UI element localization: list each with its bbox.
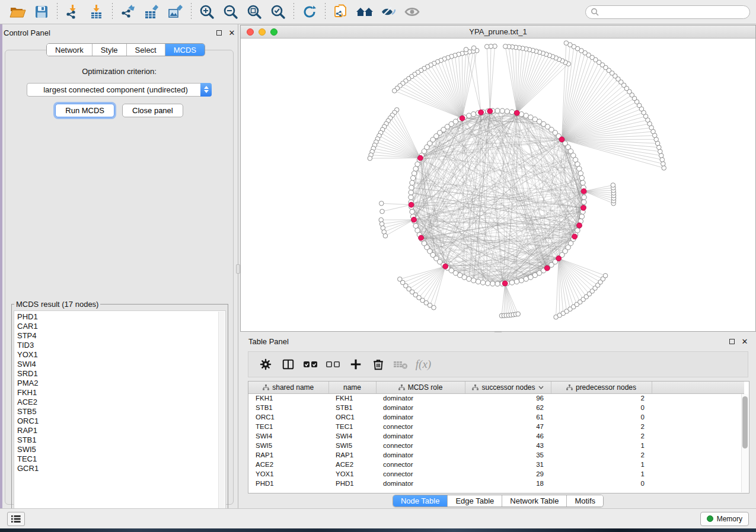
table-cell[interactable]: PHD1 — [328, 479, 376, 488]
splitter-grip[interactable] — [236, 264, 240, 274]
mcds-result-item[interactable]: YOX1 — [17, 350, 225, 360]
hide-graphics-details-icon[interactable] — [377, 2, 400, 22]
mcds-result-item[interactable]: PMA2 — [17, 379, 225, 388]
table-row[interactable]: ORC1ORC1dominator610 — [248, 412, 744, 422]
table-cell[interactable]: 29 — [465, 469, 551, 479]
minimize-window-icon[interactable] — [259, 28, 266, 36]
mcds-result-item[interactable]: STB5 — [17, 407, 225, 416]
table-cell[interactable]: 46 — [465, 431, 551, 441]
table-cell[interactable]: 31 — [465, 460, 551, 469]
table-cell[interactable]: STB1 — [328, 403, 376, 412]
table-row[interactable]: YOX1YOX1connector291 — [248, 469, 744, 479]
table-row[interactable]: RAP1RAP1dominator352 — [248, 450, 744, 460]
scrollbar-thumb[interactable] — [742, 396, 748, 448]
mcds-result-list[interactable]: PHD1CAR1STP4TID3YOX1SWI4SRD1PMA2FKH1ACE2… — [14, 310, 226, 518]
open-icon[interactable] — [6, 2, 30, 22]
table-cell[interactable]: dominator — [376, 450, 465, 460]
table-cell[interactable] — [652, 441, 744, 450]
table-cell[interactable]: YOX1 — [248, 469, 328, 479]
network-window-titlebar[interactable]: YPA_prune.txt_1 — [241, 25, 755, 39]
table-cell[interactable] — [652, 450, 744, 460]
table-cell[interactable]: 96 — [465, 393, 551, 403]
table-cell[interactable] — [652, 460, 744, 469]
maximize-window-icon[interactable] — [270, 28, 277, 36]
table-cell[interactable] — [652, 393, 744, 403]
add-row-icon[interactable] — [344, 354, 367, 375]
table-cell[interactable]: dominator — [376, 431, 465, 441]
close-window-icon[interactable] — [247, 28, 254, 36]
table-cell[interactable]: connector — [376, 460, 465, 469]
delete-row-icon[interactable] — [367, 354, 390, 375]
table-cell[interactable] — [652, 412, 744, 422]
table-cell[interactable] — [652, 403, 744, 412]
function-builder-icon[interactable]: f(x) — [412, 354, 435, 375]
float-panel-icon[interactable] — [215, 28, 223, 37]
table-cell[interactable]: YOX1 — [328, 469, 376, 479]
table-cell[interactable]: 18 — [465, 479, 551, 488]
save-icon[interactable] — [30, 2, 53, 22]
table-cell[interactable]: TEC1 — [328, 422, 376, 431]
table-cell[interactable]: dominator — [376, 403, 465, 412]
export-table-icon[interactable] — [140, 2, 164, 22]
table-cell[interactable]: ACE2 — [248, 460, 328, 469]
mcds-result-item[interactable]: ACE2 — [17, 398, 225, 407]
table-cell[interactable]: 62 — [465, 403, 551, 412]
table-row[interactable]: FKH1FKH1dominator962 — [248, 393, 744, 403]
table-cell[interactable]: connector — [376, 469, 465, 479]
table-cell[interactable]: 43 — [465, 441, 551, 450]
close-panel-icon[interactable]: ✕ — [228, 28, 236, 37]
table-cell[interactable]: ACE2 — [328, 460, 376, 469]
table-cell[interactable]: SWI5 — [328, 441, 376, 450]
table-row[interactable]: ACE2ACE2connector311 — [248, 460, 744, 469]
settings-gear-icon[interactable] — [254, 354, 277, 375]
delete-table-icon[interactable] — [390, 354, 412, 375]
table-cell[interactable]: connector — [376, 441, 465, 450]
table-cell[interactable]: 35 — [465, 450, 551, 460]
network-graph[interactable] — [241, 39, 755, 331]
table-cell[interactable]: connector — [376, 422, 465, 431]
table-cell[interactable]: 0 — [551, 403, 652, 412]
close-panel-button[interactable]: Close panel — [122, 104, 183, 117]
float-table-panel-icon[interactable] — [728, 337, 736, 345]
table-cell[interactable]: SWI4 — [248, 431, 328, 441]
show-graphics-details-icon[interactable] — [400, 2, 424, 22]
table-cell[interactable]: SWI4 — [328, 431, 376, 441]
mcds-result-item[interactable]: PHD1 — [17, 312, 225, 322]
table-cell[interactable]: SWI5 — [248, 441, 328, 450]
tab-node-table[interactable]: Node Table — [393, 495, 448, 507]
column-header-successor-nodes[interactable]: successor nodes — [465, 382, 551, 393]
table-cell[interactable]: ORC1 — [328, 412, 376, 422]
zoom-selected-icon[interactable] — [266, 2, 290, 22]
table-cell[interactable]: RAP1 — [328, 450, 376, 460]
table-scrollbar[interactable] — [741, 394, 748, 492]
import-table-icon[interactable] — [85, 2, 109, 22]
mcds-result-item[interactable]: SWI4 — [17, 360, 225, 369]
tab-style[interactable]: Style — [92, 44, 127, 56]
table-cell[interactable]: 1 — [551, 460, 652, 469]
network-canvas[interactable] — [241, 39, 755, 331]
column-header-shared-name[interactable]: shared name — [248, 382, 328, 393]
unselect-all-icon[interactable] — [322, 354, 344, 375]
refresh-icon[interactable] — [298, 2, 321, 22]
table-cell[interactable]: 2 — [551, 422, 652, 431]
zoom-in-icon[interactable] — [195, 2, 219, 22]
table-row[interactable]: PHD1PHD1dominator180 — [248, 479, 744, 488]
mcds-result-item[interactable]: STP4 — [17, 331, 225, 341]
table-cell[interactable]: 47 — [465, 422, 551, 431]
table-row[interactable]: SWI5SWI5connector431 — [248, 441, 744, 450]
tab-mcds[interactable]: MCDS — [165, 44, 205, 56]
table-cell[interactable]: 0 — [551, 412, 652, 422]
table-cell[interactable]: 2 — [551, 450, 652, 460]
table-cell[interactable]: dominator — [376, 479, 465, 488]
vertical-splitter[interactable] — [236, 24, 240, 508]
column-header-name[interactable]: name — [328, 382, 376, 393]
table-cell[interactable]: 2 — [551, 393, 652, 403]
mcds-result-item[interactable]: TID3 — [17, 341, 225, 350]
export-image-icon[interactable] — [164, 2, 187, 22]
search-box[interactable] — [585, 5, 750, 19]
table-cell[interactable]: FKH1 — [248, 393, 328, 403]
mcds-list-scrollbar[interactable] — [218, 312, 225, 517]
table-cell[interactable]: FKH1 — [328, 393, 376, 403]
tab-edge-table[interactable]: Edge Table — [448, 495, 502, 507]
export-network-icon[interactable] — [116, 2, 140, 22]
